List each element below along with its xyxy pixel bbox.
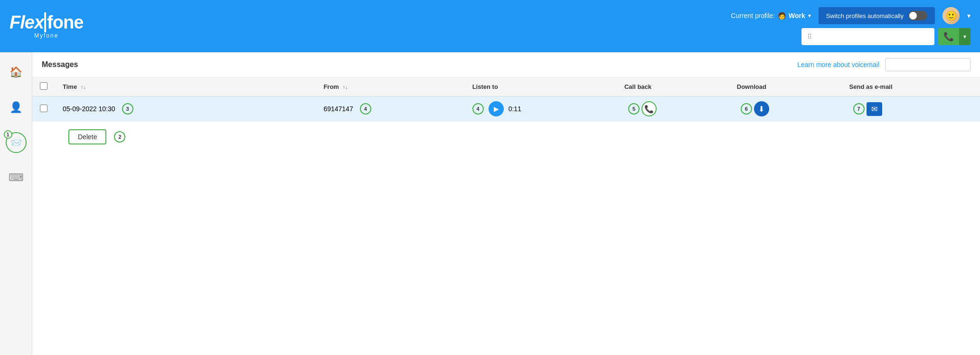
voicemail-badge: 1 [4, 130, 12, 139]
header-right: Current profile: 🧑 Work ▾ Switch profile… [731, 7, 971, 45]
time-badge: 3 [122, 103, 133, 115]
delete-button[interactable]: Delete [68, 129, 106, 144]
phone-icon: 📞 [943, 31, 954, 42]
avatar[interactable]: 🙂 [942, 7, 960, 24]
profile-dropdown-arrow[interactable]: ▾ [808, 12, 811, 19]
th-from-label: From [323, 83, 339, 90]
content-area: Messages Learn more about voicemail Time… [32, 52, 980, 355]
delete-badge: 2 [114, 131, 125, 143]
profile-name[interactable]: Work [789, 12, 805, 19]
th-email: Send as e-mail [842, 77, 980, 96]
download-arrow-icon: ⬇ [758, 105, 764, 114]
th-callback-label: Call back [624, 83, 651, 90]
play-button[interactable]: ▶ [489, 101, 504, 116]
td-callback: 5 📞 [617, 96, 729, 122]
main-layout: 🏠 👤 📨 1 ⌨ Messages Learn more about voic… [0, 52, 980, 355]
time-value: 05-09-2022 10:30 [63, 105, 115, 113]
listen-badge: 4 [472, 103, 484, 115]
th-time: Time ↑↓ [55, 77, 316, 96]
messages-header-right: Learn more about voicemail [797, 58, 971, 71]
logo-text: Flexfone [9, 13, 83, 31]
callback-badge: 5 [628, 103, 640, 115]
email-badge: 7 [853, 103, 865, 115]
time-sort-icon[interactable]: ↑↓ [81, 84, 86, 90]
email-envelope-icon: ✉ [871, 105, 877, 114]
sidebar-item-contacts[interactable]: 👤 [6, 97, 27, 118]
switch-profiles-label: Switch profiles automatically [826, 12, 904, 19]
profile-icon: 🧑 [778, 12, 786, 19]
dialpad-wrapper: ⠿ [801, 28, 934, 45]
call-chevron-down-icon: ▾ [963, 33, 966, 40]
th-listen-label: Listen to [472, 83, 498, 90]
th-callback: Call back [617, 77, 729, 96]
th-download-label: Download [737, 83, 766, 90]
avatar-face: 🙂 [942, 7, 960, 24]
learn-more-voicemail-link[interactable]: Learn more about voicemail [797, 61, 879, 68]
switch-profiles-toggle[interactable] [908, 11, 927, 20]
email-cell: 7 ✉ [849, 102, 972, 116]
download-button[interactable]: ⬇ [754, 101, 769, 116]
sidebar-item-dialpad[interactable]: ⌨ [6, 167, 27, 188]
messages-table: Time ↑↓ From ↑↓ Listen to Call back Down [32, 77, 980, 122]
messages-title: Messages [42, 60, 78, 69]
td-time: 05-09-2022 10:30 3 [55, 96, 316, 122]
email-button[interactable]: ✉ [867, 102, 882, 116]
table-body: 05-09-2022 10:30 3 69147147 4 4 [32, 96, 980, 122]
sidebar: 🏠 👤 📨 1 ⌨ [0, 52, 32, 355]
logo-myfone: Myfone [9, 32, 83, 39]
delete-row: Delete 2 [32, 122, 980, 152]
th-listen: Listen to [465, 77, 617, 96]
play-icon: ▶ [494, 105, 499, 113]
voicemail-icon: 📨 [10, 137, 22, 148]
dialpad-grid-icon[interactable]: ⠿ [805, 31, 814, 42]
th-email-label: Send as e-mail [849, 83, 893, 90]
callback-cell: 5 📞 [624, 101, 722, 116]
call-dropdown-button[interactable]: ▾ [959, 28, 971, 45]
callback-button[interactable]: 📞 [641, 101, 657, 116]
download-cell: 6 ⬇ [737, 101, 834, 116]
td-from: 69147147 4 [316, 96, 464, 122]
call-group: 📞 ▾ [938, 28, 971, 45]
td-download: 6 ⬇ [729, 96, 842, 122]
duration-value: 0:11 [509, 105, 521, 113]
from-badge: 4 [360, 103, 371, 115]
th-checkbox [32, 77, 55, 96]
sidebar-item-voicemail[interactable]: 📨 1 [6, 132, 27, 153]
td-listen: 4 ▶ 0:11 [465, 96, 617, 122]
listen-cell: 4 ▶ 0:11 [472, 101, 609, 116]
th-from: From ↑↓ [316, 77, 464, 96]
sidebar-item-home[interactable]: 🏠 [6, 62, 27, 83]
table-header-row: Time ↑↓ From ↑↓ Listen to Call back Down [32, 77, 980, 96]
select-all-checkbox[interactable] [40, 82, 47, 90]
switch-profiles-button[interactable]: Switch profiles automatically [819, 7, 935, 24]
td-from-content: 69147147 4 [323, 103, 457, 115]
td-checkbox [32, 96, 55, 122]
messages-header: Messages Learn more about voicemail [32, 52, 980, 77]
table-header: Time ↑↓ From ↑↓ Listen to Call back Down [32, 77, 980, 96]
download-badge: 6 [741, 103, 752, 115]
td-email: 7 ✉ [842, 96, 980, 122]
th-download: Download [729, 77, 842, 96]
dialpad-input[interactable] [801, 28, 934, 45]
current-profile-label: Current profile: [731, 12, 775, 19]
avatar-dropdown-arrow[interactable]: ▾ [967, 12, 971, 19]
header-bottom-row: ⠿ 📞 ▾ [801, 28, 971, 45]
call-button[interactable]: 📞 [938, 28, 959, 45]
current-profile: Current profile: 🧑 Work ▾ [731, 12, 810, 19]
callback-phone-icon: 📞 [644, 105, 654, 114]
th-time-label: Time [63, 83, 77, 90]
from-sort-icon[interactable]: ↑↓ [343, 84, 348, 90]
messages-search-input[interactable] [885, 58, 971, 71]
table-row: 05-09-2022 10:30 3 69147147 4 4 [32, 96, 980, 122]
td-time-content: 05-09-2022 10:30 3 [63, 103, 308, 115]
logo: Flexfone Myfone [9, 13, 83, 39]
from-value: 69147147 [323, 105, 353, 113]
header: Flexfone Myfone Current profile: 🧑 Work … [0, 0, 980, 52]
row-checkbox[interactable] [40, 105, 47, 112]
header-top-row: Current profile: 🧑 Work ▾ Switch profile… [731, 7, 971, 24]
